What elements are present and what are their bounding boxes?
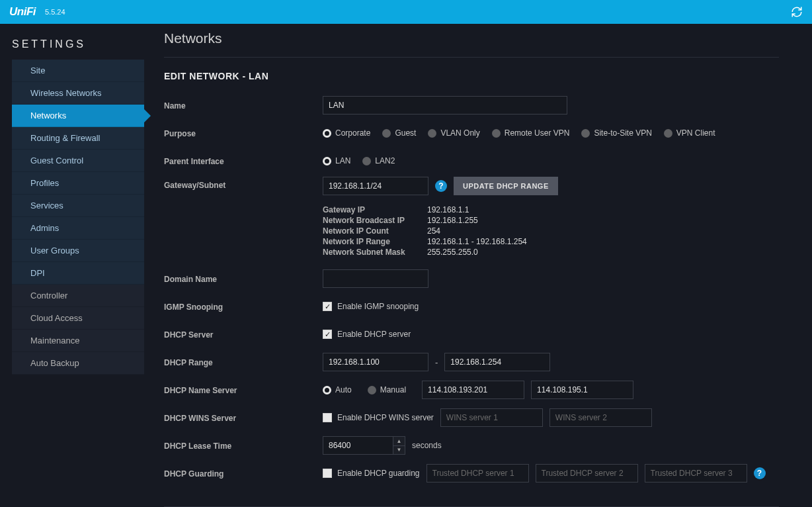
radio-corporate[interactable]: Corporate xyxy=(323,128,370,138)
ns1-input[interactable] xyxy=(422,381,524,399)
ns2-input[interactable] xyxy=(531,381,633,399)
info-subnet-v: 255.255.255.0 xyxy=(427,248,478,257)
igmp-checkbox[interactable]: ✓Enable IGMP snooping xyxy=(323,302,419,311)
sidebar-item-backup[interactable]: Auto Backup xyxy=(12,352,144,375)
nav-secondary: Controller Cloud Access Maintenance Auto… xyxy=(12,285,144,375)
sidebar-item-maintenance[interactable]: Maintenance xyxy=(12,330,144,352)
wins2-input[interactable] xyxy=(549,408,652,427)
version-label: 5.5.24 xyxy=(45,8,65,16)
sidebar-item-site[interactable]: Site xyxy=(12,60,144,82)
name-input[interactable] xyxy=(323,96,567,115)
radio-remotevpn[interactable]: Remote User VPN xyxy=(492,128,570,138)
label-domain: Domain Name xyxy=(164,273,323,284)
sidebar-title: SETTINGS xyxy=(12,32,144,60)
info-subnet-k: Network Subnet Mask xyxy=(323,248,427,257)
main-content: Networks EDIT NETWORK - LAN Name Purpose… xyxy=(144,24,812,507)
brand-logo: UniFi xyxy=(9,5,36,19)
info-range-k: Network IP Range xyxy=(323,237,427,246)
nav-primary: Site Wireless Networks Networks Routing … xyxy=(12,60,144,285)
label-gateway: Gateway/Subnet xyxy=(164,177,323,190)
label-name: Name xyxy=(164,100,323,111)
info-broadcast-k: Network Broadcast IP xyxy=(323,216,427,225)
sidebar-item-guest[interactable]: Guest Control xyxy=(12,150,144,172)
sidebar-item-networks[interactable]: Networks xyxy=(12,105,144,127)
section-title: EDIT NETWORK - LAN xyxy=(164,71,779,81)
sidebar-item-profiles[interactable]: Profiles xyxy=(12,172,144,195)
refresh-icon[interactable] xyxy=(791,6,803,18)
label-igmp: IGMP Snooping xyxy=(164,301,323,312)
range-end-input[interactable] xyxy=(444,353,550,371)
label-purpose: Purpose xyxy=(164,128,323,138)
radio-guest[interactable]: Guest xyxy=(382,128,416,138)
info-broadcast-v: 192.168.1.255 xyxy=(427,216,478,225)
update-dhcp-range-button[interactable]: UPDATE DHCP RANGE xyxy=(454,177,558,195)
wins-checkbox[interactable]: Enable DHCP WINS server xyxy=(323,413,434,422)
divider xyxy=(164,57,779,58)
purpose-radios: Corporate Guest VLAN Only Remote User VP… xyxy=(323,128,779,138)
topbar-left: UniFi 5.5.24 xyxy=(9,5,65,19)
guard2-input[interactable] xyxy=(536,464,638,483)
info-range-v: 192.168.1.1 - 192.168.1.254 xyxy=(427,237,527,246)
label-lease: DHCP Lease Time xyxy=(164,440,323,451)
sidebar-item-controller[interactable]: Controller xyxy=(12,285,144,307)
label-ns: DHCP Name Server xyxy=(164,385,323,395)
help-icon[interactable]: ? xyxy=(435,180,447,192)
page-title: Networks xyxy=(164,30,779,46)
dhcp-checkbox[interactable]: ✓Enable DHCP server xyxy=(323,330,411,339)
lease-stepper[interactable]: ▲▼ xyxy=(393,437,405,454)
gateway-input[interactable] xyxy=(323,177,428,195)
top-bar: UniFi 5.5.24 xyxy=(0,0,812,24)
sidebar-item-services[interactable]: Services xyxy=(12,195,144,217)
parent-radios: LAN LAN2 xyxy=(323,156,779,165)
guard1-input[interactable] xyxy=(426,464,529,483)
sidebar-item-admins[interactable]: Admins xyxy=(12,217,144,240)
radio-vlanonly[interactable]: VLAN Only xyxy=(428,128,479,138)
settings-sidebar: SETTINGS Site Wireless Networks Networks… xyxy=(0,24,144,507)
sidebar-item-wireless[interactable]: Wireless Networks xyxy=(12,82,144,105)
range-start-input[interactable] xyxy=(323,353,428,371)
guard3-input[interactable] xyxy=(645,464,747,483)
info-count-k: Network IP Count xyxy=(323,226,427,236)
sidebar-item-dpi[interactable]: DPI xyxy=(12,262,144,285)
radio-lan2[interactable]: LAN2 xyxy=(362,156,395,165)
stepper-down-icon[interactable]: ▼ xyxy=(393,446,405,455)
radio-ns-manual[interactable]: Manual xyxy=(368,385,406,394)
info-count-v: 254 xyxy=(427,226,440,236)
stepper-up-icon[interactable]: ▲ xyxy=(393,437,405,446)
guard-checkbox[interactable]: Enable DHCP guarding xyxy=(323,469,420,478)
info-gateway-ip-v: 192.168.1.1 xyxy=(427,205,469,214)
radio-ns-auto[interactable]: Auto xyxy=(323,385,352,394)
radio-lan[interactable]: LAN xyxy=(323,156,350,165)
label-guard: DHCP Guarding xyxy=(164,468,323,479)
sidebar-item-routing[interactable]: Routing & Firewall xyxy=(12,127,144,150)
lease-unit: seconds xyxy=(412,441,442,450)
wins1-input[interactable] xyxy=(440,408,543,427)
info-gateway-ip-k: Gateway IP xyxy=(323,205,427,214)
label-parent: Parent Interface xyxy=(164,156,323,166)
range-separator: - xyxy=(435,357,438,367)
radio-vpnclient[interactable]: VPN Client xyxy=(664,128,715,138)
gateway-info: Gateway IP192.168.1.1 Network Broadcast … xyxy=(323,205,779,257)
radio-s2svpn[interactable]: Site-to-Site VPN xyxy=(581,128,651,138)
topbar-right xyxy=(791,6,803,18)
sidebar-item-usergroups[interactable]: User Groups xyxy=(12,240,144,262)
label-wins: DHCP WINS Server xyxy=(164,412,323,423)
help-icon[interactable]: ? xyxy=(754,467,766,479)
label-range: DHCP Range xyxy=(164,357,323,367)
label-dhcp: DHCP Server xyxy=(164,329,323,340)
domain-input[interactable] xyxy=(323,269,428,288)
sidebar-item-cloud[interactable]: Cloud Access xyxy=(12,307,144,330)
